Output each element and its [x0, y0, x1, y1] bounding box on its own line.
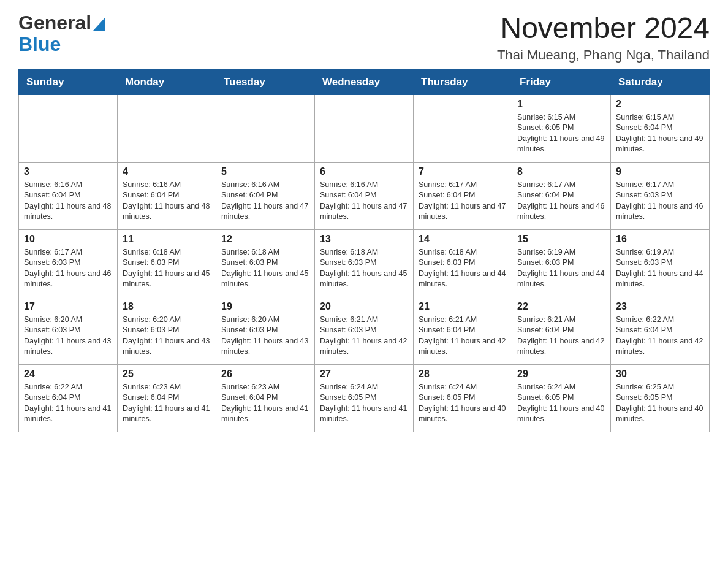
calendar-day-11: 11Sunrise: 6:18 AM Sunset: 6:03 PM Dayli…	[118, 229, 216, 297]
day-info: Sunrise: 6:21 AM Sunset: 6:04 PM Dayligh…	[517, 315, 605, 358]
calendar-day-7: 7Sunrise: 6:17 AM Sunset: 6:04 PM Daylig…	[414, 162, 512, 229]
calendar-day-15: 15Sunrise: 6:19 AM Sunset: 6:03 PM Dayli…	[512, 229, 611, 297]
calendar-day-1: 1Sunrise: 6:15 AM Sunset: 6:05 PM Daylig…	[512, 94, 611, 162]
calendar-day-5: 5Sunrise: 6:16 AM Sunset: 6:04 PM Daylig…	[216, 162, 315, 229]
calendar-day-empty	[414, 94, 512, 162]
day-info: Sunrise: 6:17 AM Sunset: 6:03 PM Dayligh…	[24, 247, 112, 290]
logo-blue-text: Blue	[18, 33, 61, 55]
day-info: Sunrise: 6:16 AM Sunset: 6:04 PM Dayligh…	[24, 180, 112, 223]
calendar-day-14: 14Sunrise: 6:18 AM Sunset: 6:03 PM Dayli…	[414, 229, 512, 297]
calendar-week-row: 1Sunrise: 6:15 AM Sunset: 6:05 PM Daylig…	[19, 94, 710, 162]
day-info: Sunrise: 6:15 AM Sunset: 6:04 PM Dayligh…	[616, 112, 704, 155]
calendar-day-28: 28Sunrise: 6:24 AM Sunset: 6:05 PM Dayli…	[414, 364, 512, 432]
month-title: November 2024	[497, 12, 710, 45]
column-header-thursday: Thursday	[414, 69, 512, 94]
column-header-saturday: Saturday	[611, 69, 710, 94]
day-number: 19	[221, 301, 309, 312]
day-number: 30	[616, 369, 704, 380]
calendar-day-24: 24Sunrise: 6:22 AM Sunset: 6:04 PM Dayli…	[19, 364, 118, 432]
day-info: Sunrise: 6:20 AM Sunset: 6:03 PM Dayligh…	[123, 315, 211, 358]
day-number: 13	[320, 234, 408, 245]
day-info: Sunrise: 6:20 AM Sunset: 6:03 PM Dayligh…	[24, 315, 112, 358]
svg-marker-0	[93, 17, 105, 31]
day-number: 10	[24, 234, 112, 245]
day-info: Sunrise: 6:15 AM Sunset: 6:05 PM Dayligh…	[517, 112, 605, 155]
calendar-day-empty	[118, 94, 216, 162]
day-number: 26	[221, 369, 309, 380]
calendar-day-8: 8Sunrise: 6:17 AM Sunset: 6:04 PM Daylig…	[512, 162, 611, 229]
calendar-day-18: 18Sunrise: 6:20 AM Sunset: 6:03 PM Dayli…	[118, 297, 216, 364]
day-number: 14	[419, 234, 507, 245]
day-number: 3	[24, 166, 112, 177]
day-info: Sunrise: 6:20 AM Sunset: 6:03 PM Dayligh…	[221, 315, 309, 358]
day-info: Sunrise: 6:18 AM Sunset: 6:03 PM Dayligh…	[221, 247, 309, 290]
calendar-header-row: SundayMondayTuesdayWednesdayThursdayFrid…	[19, 69, 710, 94]
calendar-day-21: 21Sunrise: 6:21 AM Sunset: 6:04 PM Dayli…	[414, 297, 512, 364]
day-info: Sunrise: 6:18 AM Sunset: 6:03 PM Dayligh…	[320, 247, 408, 290]
calendar-table: SundayMondayTuesdayWednesdayThursdayFrid…	[18, 69, 710, 432]
day-number: 1	[517, 99, 605, 110]
day-number: 24	[24, 369, 112, 380]
calendar-day-30: 30Sunrise: 6:25 AM Sunset: 6:05 PM Dayli…	[611, 364, 710, 432]
logo-triangle-icon	[93, 17, 105, 31]
day-number: 4	[123, 166, 211, 177]
column-header-wednesday: Wednesday	[315, 69, 414, 94]
calendar-day-empty	[19, 94, 118, 162]
column-header-tuesday: Tuesday	[216, 69, 315, 94]
calendar-day-26: 26Sunrise: 6:23 AM Sunset: 6:04 PM Dayli…	[216, 364, 315, 432]
calendar-day-empty	[216, 94, 315, 162]
day-info: Sunrise: 6:18 AM Sunset: 6:03 PM Dayligh…	[123, 247, 211, 290]
day-number: 9	[616, 166, 704, 177]
day-info: Sunrise: 6:17 AM Sunset: 6:03 PM Dayligh…	[616, 180, 704, 223]
day-number: 2	[616, 99, 704, 110]
day-info: Sunrise: 6:23 AM Sunset: 6:04 PM Dayligh…	[221, 382, 309, 425]
calendar-week-row: 3Sunrise: 6:16 AM Sunset: 6:04 PM Daylig…	[19, 162, 710, 229]
calendar-day-19: 19Sunrise: 6:20 AM Sunset: 6:03 PM Dayli…	[216, 297, 315, 364]
logo-general-text: General	[18, 12, 91, 34]
day-info: Sunrise: 6:22 AM Sunset: 6:04 PM Dayligh…	[24, 382, 112, 425]
calendar-day-6: 6Sunrise: 6:16 AM Sunset: 6:04 PM Daylig…	[315, 162, 414, 229]
title-section: November 2024 Thai Mueang, Phang Nga, Th…	[497, 12, 710, 63]
day-info: Sunrise: 6:24 AM Sunset: 6:05 PM Dayligh…	[320, 382, 408, 425]
day-info: Sunrise: 6:18 AM Sunset: 6:03 PM Dayligh…	[419, 247, 507, 290]
day-info: Sunrise: 6:19 AM Sunset: 6:03 PM Dayligh…	[616, 247, 704, 290]
calendar-day-25: 25Sunrise: 6:23 AM Sunset: 6:04 PM Dayli…	[118, 364, 216, 432]
column-header-sunday: Sunday	[19, 69, 118, 94]
calendar-day-3: 3Sunrise: 6:16 AM Sunset: 6:04 PM Daylig…	[19, 162, 118, 229]
day-number: 25	[123, 369, 211, 380]
day-info: Sunrise: 6:21 AM Sunset: 6:04 PM Dayligh…	[419, 315, 507, 358]
day-info: Sunrise: 6:22 AM Sunset: 6:04 PM Dayligh…	[616, 315, 704, 358]
day-info: Sunrise: 6:16 AM Sunset: 6:04 PM Dayligh…	[320, 180, 408, 223]
calendar-day-9: 9Sunrise: 6:17 AM Sunset: 6:03 PM Daylig…	[611, 162, 710, 229]
calendar-day-2: 2Sunrise: 6:15 AM Sunset: 6:04 PM Daylig…	[611, 94, 710, 162]
day-number: 11	[123, 234, 211, 245]
day-number: 28	[419, 369, 507, 380]
column-header-friday: Friday	[512, 69, 611, 94]
day-info: Sunrise: 6:23 AM Sunset: 6:04 PM Dayligh…	[123, 382, 211, 425]
calendar-day-12: 12Sunrise: 6:18 AM Sunset: 6:03 PM Dayli…	[216, 229, 315, 297]
day-info: Sunrise: 6:24 AM Sunset: 6:05 PM Dayligh…	[419, 382, 507, 425]
calendar-day-17: 17Sunrise: 6:20 AM Sunset: 6:03 PM Dayli…	[19, 297, 118, 364]
day-info: Sunrise: 6:24 AM Sunset: 6:05 PM Dayligh…	[517, 382, 605, 425]
day-info: Sunrise: 6:21 AM Sunset: 6:03 PM Dayligh…	[320, 315, 408, 358]
day-number: 16	[616, 234, 704, 245]
day-number: 18	[123, 301, 211, 312]
day-info: Sunrise: 6:25 AM Sunset: 6:05 PM Dayligh…	[616, 382, 704, 425]
calendar-day-22: 22Sunrise: 6:21 AM Sunset: 6:04 PM Dayli…	[512, 297, 611, 364]
calendar-day-20: 20Sunrise: 6:21 AM Sunset: 6:03 PM Dayli…	[315, 297, 414, 364]
column-header-monday: Monday	[118, 69, 216, 94]
calendar-day-13: 13Sunrise: 6:18 AM Sunset: 6:03 PM Dayli…	[315, 229, 414, 297]
day-info: Sunrise: 6:19 AM Sunset: 6:03 PM Dayligh…	[517, 247, 605, 290]
day-number: 8	[517, 166, 605, 177]
day-number: 15	[517, 234, 605, 245]
day-number: 12	[221, 234, 309, 245]
day-number: 22	[517, 301, 605, 312]
calendar-day-4: 4Sunrise: 6:16 AM Sunset: 6:04 PM Daylig…	[118, 162, 216, 229]
day-number: 21	[419, 301, 507, 312]
calendar-week-row: 24Sunrise: 6:22 AM Sunset: 6:04 PM Dayli…	[19, 364, 710, 432]
day-info: Sunrise: 6:17 AM Sunset: 6:04 PM Dayligh…	[419, 180, 507, 223]
location-title: Thai Mueang, Phang Nga, Thailand	[497, 47, 710, 63]
page-header: General Blue November 2024 Thai Mueang, …	[18, 12, 710, 63]
calendar-day-29: 29Sunrise: 6:24 AM Sunset: 6:05 PM Dayli…	[512, 364, 611, 432]
day-number: 17	[24, 301, 112, 312]
